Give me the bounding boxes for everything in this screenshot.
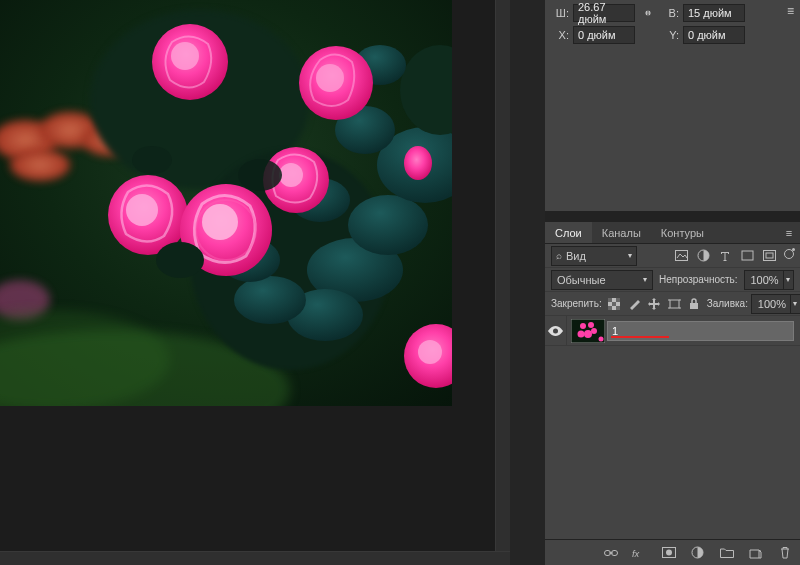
rename-underline — [611, 336, 669, 338]
svg-rect-47 — [616, 306, 620, 310]
vertical-scrollbar[interactable] — [495, 0, 510, 551]
height-input[interactable]: 15 дюйм — [683, 4, 745, 22]
panel-gap — [545, 212, 800, 222]
lock-icons — [608, 297, 701, 310]
svg-point-26 — [418, 340, 442, 364]
fill-chevron-icon[interactable]: ▾ — [791, 294, 800, 314]
link-dimensions-icon[interactable] — [639, 4, 657, 22]
filter-icons — [674, 249, 794, 263]
svg-rect-40 — [763, 251, 775, 261]
height-label: В: — [661, 7, 679, 19]
svg-rect-53 — [690, 303, 698, 309]
layers-panel: Слои Каналы Контуры ≡ ⌕ Вид ▾ Обычные — [545, 222, 800, 565]
width-input[interactable]: 26.67 дюйм — [573, 4, 635, 22]
svg-text:fx: fx — [632, 548, 640, 558]
svg-point-68 — [666, 550, 672, 556]
blend-mode-select[interactable]: Обычные ▾ — [551, 270, 653, 290]
tab-channels[interactable]: Каналы — [592, 222, 651, 243]
delete-layer-icon[interactable] — [777, 545, 792, 560]
panel-menu-icon[interactable]: ≡ — [778, 222, 800, 243]
new-layer-icon[interactable] — [748, 545, 763, 560]
fill-input[interactable]: 100% — [751, 294, 791, 314]
width-label: Ш: — [551, 7, 569, 19]
svg-point-54 — [553, 328, 558, 333]
svg-rect-48 — [670, 300, 679, 308]
opacity-chevron-icon[interactable]: ▾ — [784, 270, 794, 290]
svg-point-58 — [578, 330, 585, 337]
chevron-down-icon: ▾ — [643, 275, 647, 284]
svg-rect-45 — [612, 302, 616, 306]
y-label: Y: — [661, 29, 679, 41]
blend-opacity-row: Обычные ▾ Непрозрачность: 100% ▾ — [545, 268, 800, 292]
document-image[interactable] — [0, 0, 452, 406]
layer-mask-icon[interactable] — [661, 545, 676, 560]
lock-all-icon[interactable] — [688, 297, 701, 310]
filter-toggle-icon[interactable] — [784, 249, 794, 259]
layer-name-input[interactable] — [612, 325, 789, 337]
opacity-input[interactable]: 100% — [744, 270, 784, 290]
tab-paths[interactable]: Контуры — [651, 222, 714, 243]
svg-rect-46 — [608, 306, 612, 310]
svg-point-59 — [584, 330, 592, 338]
svg-point-20 — [404, 146, 432, 180]
svg-point-36 — [132, 146, 172, 174]
fill-label: Заливка: — [707, 298, 748, 309]
svg-point-13 — [348, 195, 428, 255]
layer-fx-icon[interactable]: fx — [632, 545, 647, 560]
canvas-area — [0, 0, 510, 565]
svg-point-12 — [234, 276, 306, 324]
filter-kind-label: Вид — [566, 250, 586, 262]
layer-thumbnail[interactable] — [571, 319, 605, 343]
svg-rect-39 — [742, 251, 753, 260]
search-icon: ⌕ — [556, 250, 562, 261]
filter-shape-icon[interactable] — [740, 249, 754, 263]
filter-adjust-icon[interactable] — [696, 249, 710, 263]
layer-name-edit[interactable] — [607, 321, 794, 341]
filter-pixel-icon[interactable] — [674, 249, 688, 263]
layer-visibility-icon[interactable] — [545, 316, 567, 345]
canvas-viewport[interactable] — [0, 0, 510, 551]
lock-pixels-icon[interactable] — [628, 297, 641, 310]
svg-rect-41 — [766, 253, 773, 258]
svg-point-60 — [591, 328, 597, 334]
lock-fill-row: Закрепить: Заливка: 100% ▾ — [545, 292, 800, 316]
svg-point-34 — [238, 159, 282, 191]
y-input[interactable]: 0 дюйм — [683, 26, 745, 44]
svg-point-56 — [580, 323, 586, 329]
panel-dock-gap — [510, 0, 545, 565]
filter-type-icon[interactable] — [718, 249, 732, 263]
svg-point-28 — [126, 194, 158, 226]
adjustment-layer-icon[interactable] — [690, 545, 705, 560]
link-layers-icon[interactable] — [603, 545, 618, 560]
layer-filter-row: ⌕ Вид ▾ — [545, 244, 800, 268]
svg-point-30 — [202, 204, 238, 240]
x-label: X: — [551, 29, 569, 41]
x-input[interactable]: 0 дюйм — [573, 26, 635, 44]
svg-rect-44 — [616, 298, 620, 302]
blend-mode-value: Обычные — [557, 274, 606, 286]
panel-menu-icon[interactable]: ≡ — [787, 4, 794, 18]
layer-filter-kind[interactable]: ⌕ Вид ▾ — [551, 246, 637, 266]
lock-position-icon[interactable] — [648, 297, 661, 310]
chevron-down-icon: ▾ — [628, 251, 632, 260]
svg-point-57 — [588, 322, 594, 328]
opacity-label: Непрозрачность: — [659, 274, 738, 285]
lock-artboard-icon[interactable] — [668, 297, 681, 310]
properties-panel: Ш: 26.67 дюйм В: 15 дюйм X: 0 дюйм Y: 0 … — [545, 0, 800, 212]
group-layer-icon[interactable] — [719, 545, 734, 560]
panel-tabs: Слои Каналы Контуры ≡ — [545, 222, 800, 244]
svg-point-22 — [316, 64, 344, 92]
svg-point-61 — [599, 336, 604, 341]
tab-layers[interactable]: Слои — [545, 222, 592, 243]
horizontal-scrollbar[interactable] — [0, 551, 510, 565]
right-panels: Ш: 26.67 дюйм В: 15 дюйм X: 0 дюйм Y: 0 … — [545, 0, 800, 565]
svg-point-4 — [10, 149, 70, 181]
svg-point-33 — [279, 163, 303, 187]
layers-bottom-bar: fx — [545, 539, 800, 565]
lock-transparency-icon[interactable] — [608, 297, 621, 310]
layer-row[interactable] — [545, 316, 800, 346]
filter-smart-icon[interactable] — [762, 249, 776, 263]
svg-point-35 — [156, 242, 204, 278]
layer-list — [545, 316, 800, 539]
svg-rect-43 — [608, 298, 612, 302]
